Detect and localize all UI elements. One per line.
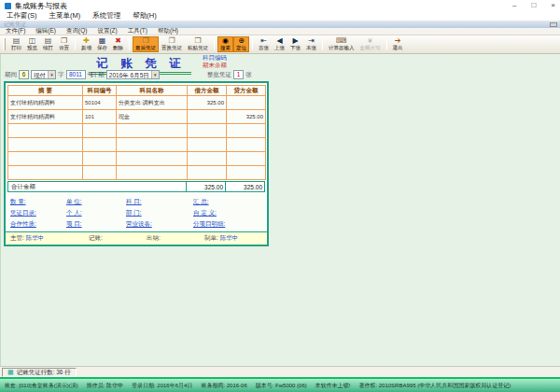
child-menubar: 文件(F) 编辑(E) 查询(Q) 设置(Z) 工具(T) 帮助(H) xyxy=(0,28,560,35)
cell-debit[interactable] xyxy=(188,138,227,152)
close-icon[interactable]: × xyxy=(551,0,555,11)
paste-voucher-button[interactable]: ❒粘贴凭证 xyxy=(185,36,211,52)
save-button[interactable]: ▦保存 xyxy=(94,36,110,52)
cell-debit[interactable]: 325.00 xyxy=(188,96,227,110)
cell-credit[interactable]: 325.00 xyxy=(227,110,266,124)
link-custom[interactable]: 自 定 义: xyxy=(193,209,267,217)
child-menu-query[interactable]: 查询(Q) xyxy=(66,27,87,35)
link-project[interactable]: 项 目: xyxy=(66,220,126,229)
child-menu-tools[interactable]: 工具(T) xyxy=(128,27,147,35)
period-input[interactable]: 6 xyxy=(19,70,29,79)
cell-account-no[interactable]: 101 xyxy=(83,110,117,124)
header-account-name: 科目名称 xyxy=(117,86,188,96)
locate-button[interactable]: ⊕定位 xyxy=(233,36,249,52)
reprint-button[interactable]: ▤续打 xyxy=(40,36,56,52)
exit-button[interactable]: ➔退出 xyxy=(390,36,406,52)
last-voucher-icon: ❐ xyxy=(142,37,148,45)
link-partner-type[interactable]: 合作性质: xyxy=(10,220,66,229)
calculator-input-button[interactable]: ⌨计算器输入 xyxy=(326,36,357,52)
cell-credit[interactable] xyxy=(227,124,266,138)
replace-voucher-button[interactable]: ❐置换凭证 xyxy=(159,36,185,52)
print-button[interactable]: ▤打印 xyxy=(8,36,24,52)
child-menu-settings[interactable]: 设置(Z) xyxy=(97,27,117,35)
prev-voucher-button[interactable]: ◀上张 xyxy=(272,36,287,52)
last-voucher-button[interactable]: ❐最后凭证 xyxy=(133,36,159,52)
link-sub-project-detail[interactable]: 分项目明细: xyxy=(193,220,267,229)
exit-label: 退出 xyxy=(393,46,403,51)
search-icon: ◉ xyxy=(222,37,229,45)
child-menu-edit[interactable]: 编辑(E) xyxy=(35,27,56,35)
locate-label: 定位 xyxy=(236,46,246,51)
cell-account-name[interactable]: 现金 xyxy=(117,110,188,124)
cell-account-no[interactable] xyxy=(83,124,117,138)
main-menubar: 工作窗(S) 主菜单(M) 系统管理 帮助(H) xyxy=(0,11,560,21)
cell-summary[interactable] xyxy=(8,138,83,152)
voucher-number-input[interactable]: 8011 xyxy=(66,70,86,79)
menu-system[interactable]: 系统管理 xyxy=(92,11,120,21)
first-voucher-button[interactable]: ⇤首张 xyxy=(256,36,272,52)
preview-label: 预览 xyxy=(27,46,37,51)
cell-account-no[interactable] xyxy=(83,138,117,152)
voucher-type-select[interactable]: 现付 ▾ xyxy=(31,70,56,79)
cell-account-name[interactable] xyxy=(117,152,188,166)
toolbar-separator xyxy=(322,38,323,50)
row-count-text: 记账凭证行数: 36 行 xyxy=(17,369,71,377)
window-title: 集成账务与报表 xyxy=(15,1,67,11)
cell-debit[interactable] xyxy=(188,152,227,166)
menu-help[interactable]: 帮助(H) xyxy=(133,11,156,21)
reprint-icon: ▤ xyxy=(45,37,52,45)
calculator-icon: ⌨ xyxy=(336,37,347,45)
maximize-icon[interactable]: □ xyxy=(531,0,536,11)
new-voucher-button[interactable]: ✚新增 xyxy=(78,36,94,52)
ending-balance-link[interactable]: 期末余额 xyxy=(203,62,227,69)
next-voucher-button[interactable]: ▶下张 xyxy=(287,36,303,52)
minimize-icon[interactable]: – xyxy=(512,0,516,11)
cell-summary[interactable]: 支付味精鸡精调料 xyxy=(8,96,83,110)
child-menu-help[interactable]: 帮助(H) xyxy=(158,27,178,35)
date-select[interactable]: 2016年 6月5日 ▾ xyxy=(106,70,160,79)
menu-main[interactable]: 主菜单(M) xyxy=(49,11,81,21)
cell-account-name[interactable] xyxy=(117,124,188,138)
menu-workspace[interactable]: 工作窗(S) xyxy=(7,11,37,21)
cell-account-no[interactable]: 50104 xyxy=(83,96,117,110)
cell-credit[interactable] xyxy=(227,96,266,110)
preview-button[interactable]: ◫预览 xyxy=(24,36,40,52)
link-quantity[interactable]: 数 量: xyxy=(10,198,66,206)
batch-count-input[interactable]: 1 xyxy=(233,70,244,79)
link-account[interactable]: 科 目: xyxy=(126,198,193,206)
new-label: 新增 xyxy=(81,46,91,51)
print-setup-button[interactable]: ❒设置 xyxy=(56,36,72,52)
account-code-link[interactable]: 科目编码 xyxy=(203,54,227,62)
cell-summary[interactable] xyxy=(8,166,83,180)
cell-account-name[interactable]: 分类支出:调料支出 xyxy=(117,96,188,110)
cell-credit[interactable] xyxy=(227,152,266,166)
cell-credit[interactable] xyxy=(227,166,266,180)
cell-summary[interactable] xyxy=(8,152,83,166)
cell-account-name[interactable] xyxy=(117,166,188,180)
cell-debit[interactable] xyxy=(188,166,227,180)
cell-debit[interactable] xyxy=(188,110,227,124)
cell-account-no[interactable] xyxy=(83,166,117,180)
delete-button[interactable]: ✖删除 xyxy=(110,36,126,52)
link-voucher-list[interactable]: 凭证目录: xyxy=(10,209,66,217)
search-button[interactable]: ◉搜索 xyxy=(217,36,233,52)
link-unit[interactable]: 单 位: xyxy=(66,198,126,206)
cell-credit[interactable] xyxy=(227,138,266,152)
toolbar-separator xyxy=(129,38,130,50)
child-window-button[interactable] xyxy=(550,22,557,27)
cell-summary[interactable]: 支付味精鸡精调料 xyxy=(8,110,83,124)
cell-debit[interactable] xyxy=(188,124,227,138)
link-person[interactable]: 个 人: xyxy=(66,209,126,217)
cell-summary[interactable] xyxy=(8,124,83,138)
save-label: 保存 xyxy=(97,46,107,51)
print-icon: ▤ xyxy=(13,37,21,45)
cell-account-no[interactable] xyxy=(83,152,117,166)
last-page-button[interactable]: ⇥末张 xyxy=(303,36,319,52)
link-summary-total[interactable]: 汇 总: xyxy=(193,198,267,206)
search-label: 搜索 xyxy=(220,46,231,51)
cell-account-name[interactable] xyxy=(117,138,188,152)
link-equipment[interactable]: 营业设备: xyxy=(126,220,193,229)
corner-links: 科目编码 期末余额 xyxy=(203,54,227,69)
delete-icon: ✖ xyxy=(115,37,121,45)
link-department[interactable]: 部 门: xyxy=(126,209,193,217)
